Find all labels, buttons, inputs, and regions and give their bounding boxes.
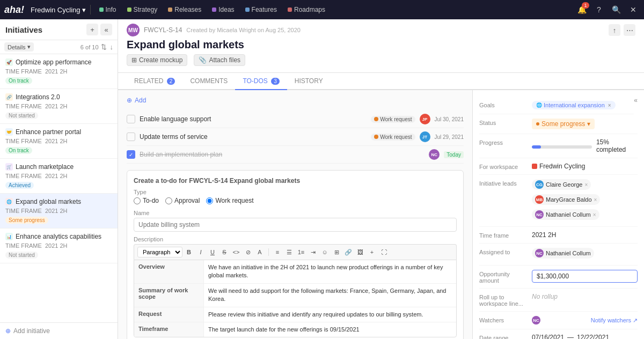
nav-item-ideas[interactable]: Ideas: [208, 4, 238, 16]
nav-item-strategy[interactable]: Strategy: [123, 4, 162, 16]
tab-related[interactable]: RELATED 2: [127, 73, 182, 90]
todo-checkbox-2[interactable]: [127, 132, 135, 141]
color-button[interactable]: A: [254, 247, 265, 257]
sidebar-item-icon-5: 🌐: [5, 198, 13, 205]
todo-checkbox-1[interactable]: [127, 115, 135, 123]
more-options-button[interactable]: ⋯: [624, 24, 635, 36]
bold-button[interactable]: B: [184, 247, 194, 257]
nav-item-roadmaps[interactable]: Roadmaps: [283, 4, 330, 16]
export-button[interactable]: ↑: [609, 24, 620, 36]
add-icon[interactable]: ✕: [627, 3, 640, 16]
todo-item-2: Update terms of service Work request JT …: [127, 128, 464, 146]
description-field: Description Paragraph B I U S <> ⊘ A ≡: [134, 236, 457, 337]
lead-marygrace-avatar: MB: [535, 195, 544, 204]
collapse-sidebar-button[interactable]: «: [100, 24, 112, 35]
lead-nathaniel-remove[interactable]: ×: [593, 212, 596, 218]
code-button[interactable]: <>: [231, 247, 241, 257]
lead-marygrace-remove[interactable]: ×: [594, 197, 597, 203]
sidebar-item-1[interactable]: 🚀 Optimize app performance TIME FRAME 20…: [0, 54, 118, 89]
rp-goals-row: Goals 🌐 International expansion ×: [479, 101, 634, 114]
info-dot: [99, 8, 104, 12]
editor-row-label-summary: Summary of work scope: [134, 284, 204, 307]
filter-chevron: ▾: [27, 43, 31, 50]
nav-item-features[interactable]: Features: [241, 4, 281, 16]
progress-bar-container: [532, 145, 592, 149]
indent-button[interactable]: ⇥: [308, 247, 318, 257]
progress-text: 15% completed: [596, 138, 638, 153]
editor-area[interactable]: Overview We have an initiative in the 2H…: [134, 260, 457, 337]
todo-date-1: Jul 30, 2021: [435, 116, 464, 122]
todo-type-1: Work request: [371, 116, 415, 123]
collapse-right-panel-button[interactable]: «: [634, 97, 638, 104]
workspace-dot: [532, 164, 537, 169]
notifications-icon[interactable]: 🔔1: [575, 3, 588, 16]
editor-row-label-request: Request: [134, 307, 204, 322]
fullscreen-button[interactable]: ⛶: [378, 247, 389, 257]
lead-claire-remove[interactable]: ×: [584, 182, 588, 188]
download-icon[interactable]: ↓: [110, 43, 114, 51]
nav-item-releases[interactable]: Releases: [164, 4, 206, 16]
radio-work-request[interactable]: Work request: [206, 197, 253, 204]
radio-todo-input[interactable]: [134, 197, 141, 204]
strikethrough-button[interactable]: S: [219, 247, 230, 257]
more-toolbar-button[interactable]: +: [367, 247, 377, 257]
rp-assigned-value: NC Nathaniel Collum: [532, 248, 638, 261]
progress-label: Progress: [479, 138, 528, 146]
notify-arrow: ↗: [633, 317, 638, 323]
sidebar-item-2[interactable]: 🔗 Integrations 2.0 TIME FRAME 2021 2H No…: [0, 89, 118, 124]
sidebar-item-title-1: 🚀 Optimize app performance: [5, 58, 112, 66]
sidebar-item-5[interactable]: 🌐 Expand global markets TIME FRAME 2021 …: [0, 194, 118, 229]
status-value[interactable]: Some progress ▾: [532, 119, 638, 129]
create-mockup-button[interactable]: ⊞ Create mockup: [127, 54, 187, 66]
date-range-value: 07/16/2021 — 12/22/2021: [532, 334, 638, 339]
sidebar-item-3[interactable]: 🤝 Enhance partner portal TIME FRAME 2021…: [0, 124, 118, 159]
list-ul-button[interactable]: ☰: [284, 247, 295, 257]
paragraph-select[interactable]: Paragraph: [137, 247, 182, 257]
nav-icons: 🔔1 ? 🔍 ✕: [575, 3, 640, 16]
sidebar-item-icon-3: 🤝: [5, 128, 13, 136]
table-button[interactable]: ⊞: [331, 247, 342, 257]
underline-button[interactable]: U: [207, 247, 218, 257]
link-button[interactable]: 🔗: [343, 247, 354, 257]
emoji-button[interactable]: ☺: [319, 247, 330, 257]
image-button[interactable]: 🖼: [355, 247, 365, 257]
align-button[interactable]: ≡: [272, 247, 283, 257]
name-input[interactable]: [134, 218, 457, 232]
sidebar-item-4[interactable]: 🛒 Launch marketplace TIME FRAME 2021 2H …: [0, 159, 118, 194]
help-icon[interactable]: ?: [592, 3, 605, 16]
nav-item-info[interactable]: Info: [95, 4, 121, 16]
lead-nathaniel-avatar: NC: [535, 210, 544, 219]
sidebar-item-icon-1: 🚀: [5, 58, 13, 66]
opportunity-input[interactable]: [532, 270, 638, 283]
list-ol-button[interactable]: 1≡: [296, 247, 306, 257]
radio-approval[interactable]: Approval: [165, 197, 200, 204]
tab-comments[interactable]: COMMENTS: [182, 73, 235, 90]
tab-todos[interactable]: TO-DOS 3: [235, 73, 287, 90]
sort-icon[interactable]: ⇅: [101, 43, 107, 51]
type-field: Type To-do Approval: [134, 189, 457, 204]
radio-work-request-input[interactable]: [206, 197, 213, 204]
opportunity-value[interactable]: [532, 270, 638, 283]
italic-button[interactable]: I: [195, 247, 206, 257]
tab-history[interactable]: HISTORY: [287, 73, 331, 90]
nav-user-selector[interactable]: Fredwin Cycling ▾: [31, 6, 85, 14]
search-icon[interactable]: 🔍: [610, 3, 623, 16]
sidebar-item-6[interactable]: 📊 Enhance analytics capabilities TIME FR…: [0, 229, 118, 263]
add-todo-button[interactable]: ⊕ Add: [127, 97, 464, 104]
rp-timeframe-row: Time frame 2021 2H: [479, 231, 638, 244]
goal-tag-remove[interactable]: ×: [608, 102, 611, 108]
attach-files-button[interactable]: 📎 Attach files: [194, 54, 245, 66]
top-navigation: aha! Fredwin Cycling ▾ Info Strategy Rel…: [0, 0, 644, 19]
clear-format-button[interactable]: ⊘: [243, 247, 253, 257]
sidebar-item-icon-6: 📊: [5, 233, 13, 240]
radio-todo[interactable]: To-do: [134, 197, 159, 204]
filter-details-button[interactable]: Details ▾: [4, 42, 34, 51]
add-initiative-icon-button[interactable]: +: [86, 24, 98, 35]
name-field: Name: [134, 210, 457, 232]
editor-row-timeframe: Timeframe The target launch date for the…: [134, 322, 456, 337]
add-todo-plus-icon: ⊕: [127, 97, 132, 104]
todo-checkbox-3[interactable]: ✓: [127, 150, 135, 159]
add-initiative-button[interactable]: ⊕ Add initiative: [0, 322, 118, 339]
notify-watchers-link[interactable]: Notify watchers ↗: [591, 317, 638, 324]
radio-approval-input[interactable]: [165, 197, 172, 204]
